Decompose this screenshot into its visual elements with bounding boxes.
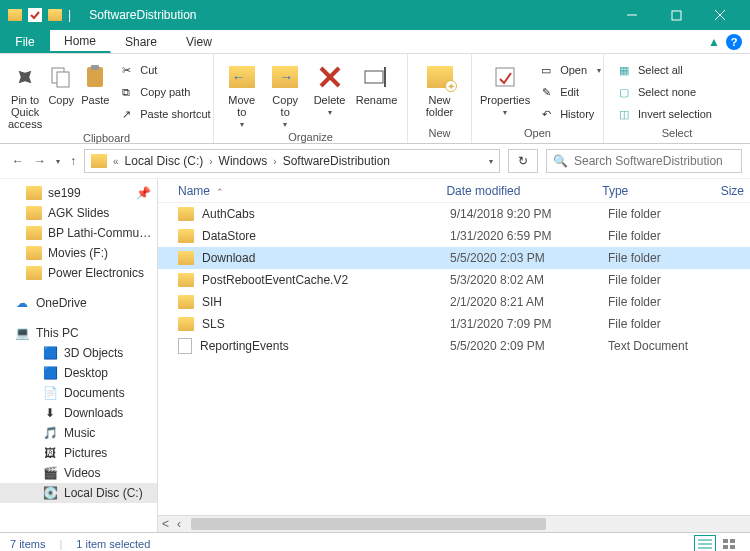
select-none-button[interactable]: ▢Select none (612, 82, 716, 102)
paste-shortcut-button[interactable]: ↗Paste shortcut (114, 104, 214, 124)
folder-icon (178, 317, 194, 331)
nav-tree[interactable]: se199📌AGK SlidesBP Lathi-Commu…Movies (F… (0, 179, 158, 532)
refresh-button[interactable]: ↻ (508, 149, 538, 173)
svg-rect-5 (57, 72, 69, 87)
item-selected: 1 item selected (76, 538, 150, 550)
pin-quick-access-button[interactable]: Pin to Quick access (8, 58, 42, 130)
window-title: SoftwareDistribution (89, 8, 196, 22)
address-bar[interactable]: « Local Disc (C:) › Windows › SoftwareDi… (84, 149, 500, 173)
paste-button[interactable]: Paste (80, 58, 110, 106)
hscroll[interactable]: < ‹ (158, 515, 750, 532)
file-row[interactable]: SLS1/31/2020 7:09 PMFile folder (158, 313, 750, 335)
tree-item[interactable]: 🎬Videos (0, 463, 157, 483)
svg-rect-18 (723, 545, 728, 549)
file-row[interactable]: DataStore1/31/2020 6:59 PMFile folder (158, 225, 750, 247)
tree-item[interactable]: 🟦3D Objects (0, 343, 157, 363)
title-bar: | SoftwareDistribution (0, 0, 750, 30)
breadcrumb-windows[interactable]: Windows (219, 154, 268, 168)
tree-item[interactable]: AGK Slides (0, 203, 157, 223)
titlebar-folder-icon (8, 9, 22, 21)
history-dropdown[interactable]: ▾ (56, 157, 60, 166)
invert-selection-button[interactable]: ◫Invert selection (612, 104, 716, 124)
svg-rect-7 (91, 65, 99, 70)
column-headers: Name⌃ Date modified Type Size (158, 179, 750, 203)
new-folder-button[interactable]: ✦ New folder (416, 58, 463, 118)
col-date[interactable]: Date modified (446, 184, 602, 198)
tree-item[interactable]: 🟦Desktop (0, 363, 157, 383)
tab-share[interactable]: Share (111, 30, 172, 53)
tree-item[interactable]: Movies (F:) (0, 243, 157, 263)
address-dropdown[interactable]: ▾ (489, 157, 493, 166)
group-organize-label: Organize (222, 129, 399, 145)
history-button[interactable]: ↶History (534, 104, 605, 124)
file-row[interactable]: SIH2/1/2020 8:21 AMFile folder (158, 291, 750, 313)
tree-item[interactable]: 🖼Pictures (0, 443, 157, 463)
tree-item[interactable]: se199📌 (0, 183, 157, 203)
maximize-button[interactable] (654, 0, 698, 30)
breadcrumb-current[interactable]: SoftwareDistribution (283, 154, 390, 168)
titlebar-check-icon[interactable] (28, 8, 42, 22)
folder-icon (178, 251, 194, 265)
copy-button[interactable]: Copy (46, 58, 76, 106)
ribbon: Pin to Quick access Copy Paste ✂Cut ⧉Cop… (0, 54, 750, 144)
tree-item[interactable]: Power Electronics (0, 263, 157, 283)
svg-rect-10 (365, 71, 383, 83)
tree-item[interactable]: 📄Documents (0, 383, 157, 403)
tab-home[interactable]: Home (50, 30, 111, 53)
tab-view[interactable]: View (172, 30, 227, 53)
tree-item[interactable]: 💽Local Disc (C:) (0, 483, 157, 503)
breadcrumb-drive[interactable]: Local Disc (C:) (125, 154, 204, 168)
col-type[interactable]: Type (602, 184, 720, 198)
file-row[interactable]: ReportingEvents5/5/2020 2:09 PMText Docu… (158, 335, 750, 357)
svg-rect-16 (723, 539, 728, 543)
minimize-button[interactable] (610, 0, 654, 30)
svg-rect-17 (730, 539, 735, 543)
nav-row: ← → ▾ ↑ « Local Disc (C:) › Windows › So… (0, 144, 750, 178)
file-list[interactable]: AuthCabs9/14/2018 9:20 PMFile folderData… (158, 203, 750, 515)
large-icons-view-button[interactable] (718, 535, 740, 552)
delete-button[interactable]: Delete▾ (309, 58, 350, 117)
search-icon: 🔍 (553, 154, 568, 168)
file-row[interactable]: AuthCabs9/14/2018 9:20 PMFile folder (158, 203, 750, 225)
folder-icon (178, 229, 194, 243)
folder-icon (178, 273, 194, 287)
tree-onedrive[interactable]: ☁OneDrive (0, 293, 157, 313)
tree-item[interactable]: BP Lathi-Commu… (0, 223, 157, 243)
tree-thispc[interactable]: 💻This PC (0, 323, 157, 343)
col-name[interactable]: Name⌃ (158, 184, 446, 198)
tab-file[interactable]: File (0, 30, 50, 53)
search-input[interactable] (574, 154, 735, 168)
tab-strip: File Home Share View ▲ ? (0, 30, 750, 54)
status-bar: 7 items | 1 item selected (0, 532, 750, 551)
file-row[interactable]: Download5/5/2020 2:03 PMFile folder (158, 247, 750, 269)
edit-button[interactable]: ✎Edit (534, 82, 605, 102)
cut-button[interactable]: ✂Cut (114, 60, 214, 80)
document-icon (178, 338, 192, 354)
properties-button[interactable]: Properties▾ (480, 58, 530, 117)
collapse-ribbon-icon[interactable]: ▲ (708, 35, 720, 49)
titlebar-folder2-icon (48, 9, 62, 21)
open-button[interactable]: ▭Open▾ (534, 60, 605, 80)
forward-button[interactable]: → (34, 154, 46, 168)
copy-to-button[interactable]: → Copy to▾ (265, 58, 304, 129)
move-to-button[interactable]: ← Move to▾ (222, 58, 261, 129)
svg-rect-19 (730, 545, 735, 549)
address-folder-icon (91, 154, 107, 168)
group-clipboard-label: Clipboard (8, 130, 205, 146)
back-button[interactable]: ← (12, 154, 24, 168)
select-all-button[interactable]: ▦Select all (612, 60, 716, 80)
tree-item[interactable]: ⬇Downloads (0, 403, 157, 423)
copy-path-button[interactable]: ⧉Copy path (114, 82, 214, 102)
search-box[interactable]: 🔍 (546, 149, 742, 173)
group-open-label: Open (480, 125, 595, 141)
rename-button[interactable]: Rename (354, 58, 399, 106)
col-size[interactable]: Size (721, 184, 750, 198)
folder-icon (178, 207, 194, 221)
help-icon[interactable]: ? (726, 34, 742, 50)
file-row[interactable]: PostRebootEventCache.V25/3/2020 8:02 AMF… (158, 269, 750, 291)
tree-item[interactable]: 🎵Music (0, 423, 157, 443)
group-new-label: New (416, 125, 463, 141)
up-button[interactable]: ↑ (70, 154, 76, 168)
close-button[interactable] (698, 0, 742, 30)
details-view-button[interactable] (694, 535, 716, 552)
